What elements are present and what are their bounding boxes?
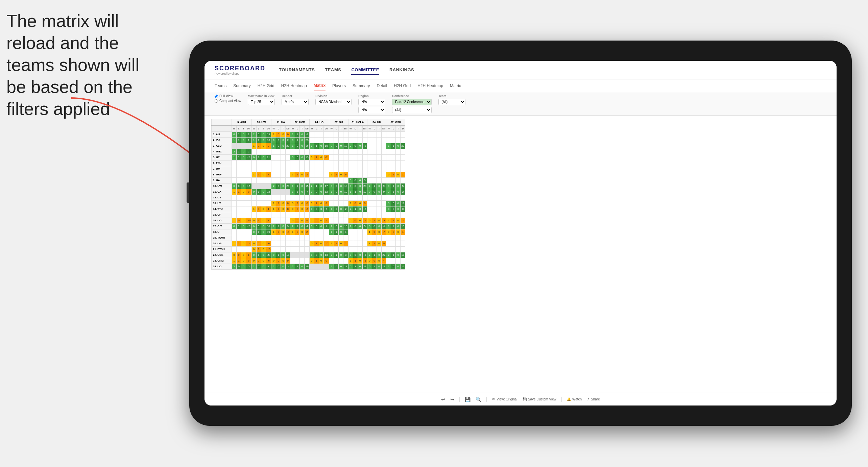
- matrix-cell: [232, 235, 237, 241]
- matrix-cell: [295, 149, 300, 155]
- share-button[interactable]: ↗ Share: [587, 397, 600, 401]
- matrix-cell: -3: [362, 252, 367, 258]
- sub-nav-detail[interactable]: Detail: [377, 81, 387, 91]
- matrix-cell: [343, 138, 348, 143]
- matrix-cell: 0: [396, 229, 401, 235]
- compact-view-option[interactable]: Compact View: [215, 99, 241, 103]
- matrix-cell: [300, 178, 305, 183]
- save-custom-view-button[interactable]: 💾 Save Custom View: [523, 397, 556, 401]
- row-label-cell: 3. ASU: [212, 143, 232, 149]
- matrix-cell: 1: [290, 143, 295, 149]
- matrix-cell: [281, 166, 286, 172]
- matrix-cell: 1: [372, 183, 377, 189]
- table-row: 14. TTU10011208000-600071002210-20000: [212, 206, 405, 212]
- matrix-cell: [334, 138, 339, 143]
- matrix-cell: [396, 132, 401, 138]
- matrix-cell: [256, 161, 261, 166]
- division-select[interactable]: NCAA Division I NCAA Division II NCAA Di…: [315, 99, 352, 105]
- matrix-cell: [353, 247, 358, 252]
- matrix-cell: 15: [305, 183, 309, 189]
- matrix-cell: 0: [353, 252, 358, 258]
- wlt-t2: T: [261, 126, 266, 132]
- nav-tournaments[interactable]: TOURNAMENTS: [279, 66, 315, 75]
- sub-nav-summary[interactable]: Summary: [233, 81, 250, 91]
- matrix-cell: [246, 195, 252, 201]
- undo-button[interactable]: ↩: [441, 397, 445, 402]
- full-view-radio[interactable]: [215, 95, 218, 98]
- conference-select2[interactable]: (All): [392, 107, 432, 113]
- matrix-cell: 0: [276, 229, 281, 235]
- sub-nav-players[interactable]: Players: [332, 81, 346, 91]
- matrix-cell: 0: [372, 258, 377, 264]
- watch-button[interactable]: 🔔 Watch: [567, 397, 582, 401]
- matrix-cell: 0: [377, 252, 382, 258]
- matrix-cell: [382, 155, 386, 161]
- sub-nav-matrix2[interactable]: Matrix: [450, 81, 461, 91]
- matrix-cell: 0: [300, 218, 305, 224]
- matrix-cell: [300, 252, 305, 258]
- matrix-cell: [300, 149, 305, 155]
- matrix-cell: [232, 247, 237, 252]
- region-select2[interactable]: N/A: [358, 107, 385, 113]
- matrix-cell: [305, 258, 309, 264]
- matrix-cell: 0: [391, 264, 396, 270]
- wlt-w1: W: [232, 126, 237, 132]
- tablet-side-button[interactable]: [187, 182, 189, 203]
- matrix-cell: [295, 166, 300, 172]
- matrix-cell: 0: [396, 218, 401, 224]
- matrix-cell: [377, 161, 382, 166]
- matrix-cell: [377, 212, 382, 218]
- nav-committee[interactable]: COMMITTEE: [351, 66, 379, 75]
- sub-nav-summary2[interactable]: Summary: [353, 81, 370, 91]
- gender-select[interactable]: Men's Women's: [282, 99, 309, 105]
- matrix-cell: 0: [309, 258, 314, 264]
- sub-nav-teams[interactable]: Teams: [215, 81, 226, 91]
- matrix-cell: [232, 212, 237, 218]
- full-view-option[interactable]: Full View: [215, 94, 241, 98]
- matrix-cell: 8: [246, 189, 252, 195]
- nav-rankings[interactable]: RANKINGS: [389, 66, 414, 75]
- matrix-cell: 0: [295, 155, 300, 161]
- matrix-cell: 0: [396, 143, 401, 149]
- zoom-button[interactable]: 🔍: [476, 397, 481, 402]
- max-teams-select[interactable]: Top 25 Top 10 Top 50: [248, 99, 275, 105]
- matrix-cell: 0: [251, 224, 256, 229]
- matrix-cell: [362, 247, 367, 252]
- matrix-content[interactable]: 3. ASU 10. UW 11. UA 22. UCB 24. UO 27. …: [204, 116, 837, 393]
- matrix-cell: 1: [237, 258, 241, 264]
- matrix-cell: 0: [300, 143, 305, 149]
- save-button[interactable]: 💾: [465, 397, 471, 402]
- max-teams-label: Max teams in view: [248, 94, 275, 98]
- region-select[interactable]: N/A West East: [358, 99, 385, 105]
- matrix-cell: 1: [290, 172, 295, 178]
- matrix-cell: [271, 247, 276, 252]
- matrix-cell: [281, 218, 286, 224]
- matrix-cell: [391, 138, 396, 143]
- sub-nav-h2h-grid[interactable]: H2H Grid: [258, 81, 274, 91]
- matrix-cell: [276, 172, 281, 178]
- matrix-cell: [246, 247, 252, 252]
- matrix-cell: -7: [362, 218, 367, 224]
- matrix-cell: 0: [261, 264, 266, 270]
- col-uo: 24. UO: [309, 119, 329, 126]
- team-select[interactable]: (All): [438, 99, 465, 105]
- view-toggle: Full View Compact View: [215, 94, 241, 103]
- col-ua: 11. UA: [271, 119, 290, 126]
- sub-nav-h2h-heatmap[interactable]: H2H Heatmap: [281, 81, 307, 91]
- matrix-cell: 1: [271, 132, 276, 138]
- conference-select[interactable]: Pac-12 Conference (All) SEC: [392, 99, 432, 105]
- redo-button[interactable]: ↪: [450, 397, 454, 402]
- row-label-cell: 19. TAMU: [212, 235, 232, 241]
- view-radio-group: Full View Compact View: [215, 94, 241, 103]
- matrix-cell: [362, 155, 367, 161]
- nav-teams[interactable]: TEAMS: [325, 66, 341, 75]
- view-original-button[interactable]: 👁 View: Original: [492, 397, 517, 401]
- matrix-cell: 0: [256, 132, 261, 138]
- compact-view-radio[interactable]: [215, 99, 218, 103]
- matrix-cell: -6: [266, 258, 271, 264]
- sub-nav-h2h-heatmap2[interactable]: H2H Heatmap: [417, 81, 443, 91]
- matrix-cell: 0: [339, 189, 343, 195]
- matrix-cell: [334, 132, 339, 138]
- sub-nav-matrix[interactable]: Matrix: [314, 80, 326, 91]
- sub-nav-h2h-grid2[interactable]: H2H Grid: [394, 81, 411, 91]
